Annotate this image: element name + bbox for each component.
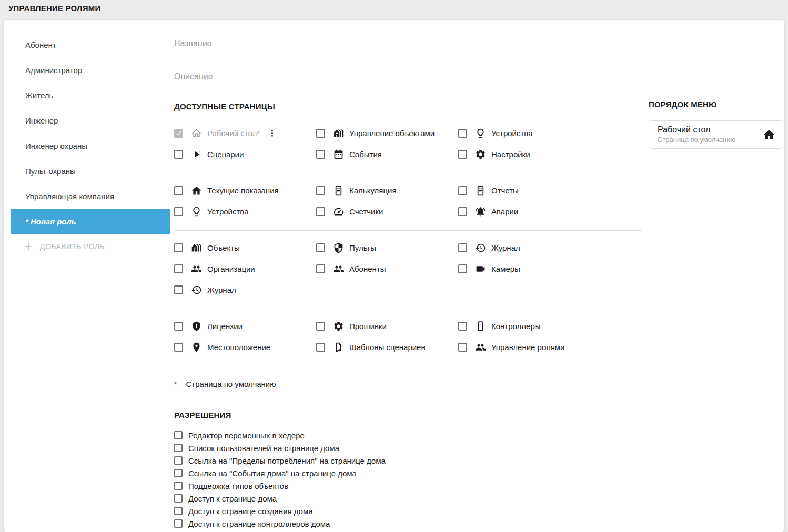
page-item: Устройства xyxy=(458,122,642,144)
sidebar-item-role[interactable]: Инженер xyxy=(4,108,170,133)
objects-icon xyxy=(333,128,344,139)
checkbox[interactable] xyxy=(316,186,325,195)
permission-item: Ссылка на "Пределы потребления" на стран… xyxy=(174,454,642,467)
checkbox[interactable] xyxy=(174,322,183,331)
checkbox[interactable] xyxy=(174,519,183,528)
checkbox[interactable] xyxy=(316,129,325,138)
location-icon xyxy=(191,342,202,353)
sidebar-item-role[interactable]: Пульт охраны xyxy=(4,158,170,183)
page-label: Журнал xyxy=(491,243,520,252)
page-item: Пульты xyxy=(316,237,458,258)
permissions-title: РАЗРЕШЕНИЯ xyxy=(174,411,642,420)
gauge-icon xyxy=(333,206,344,217)
checkbox[interactable] xyxy=(174,186,183,195)
pages-group: ЛицензииПрошивкиКонтроллерыМестоположени… xyxy=(174,309,642,366)
checkbox[interactable] xyxy=(316,322,325,331)
people-icon xyxy=(333,263,344,274)
available-pages-groups: Рабочий стол*Управление объектамиУстройс… xyxy=(174,116,642,366)
page-item: Настройки xyxy=(458,144,642,165)
page-item: Сценарии xyxy=(174,144,316,165)
page-item: Журнал xyxy=(174,279,316,300)
page-item: Журнал xyxy=(458,237,642,258)
checkbox[interactable] xyxy=(174,482,183,490)
checkbox[interactable] xyxy=(174,243,183,252)
permissions-list: Редактор переменных в хедереСписок польз… xyxy=(174,429,642,532)
checkbox[interactable] xyxy=(316,343,325,352)
checkbox[interactable] xyxy=(458,243,467,252)
checkbox[interactable] xyxy=(174,431,183,439)
checkbox[interactable] xyxy=(174,285,183,294)
role-editor: ДОСТУПНЫЕ СТРАНИЦЫ Рабочий стол*Управлен… xyxy=(170,20,649,532)
checkbox[interactable] xyxy=(174,264,183,273)
page-label: Устройства xyxy=(207,207,248,216)
checkbox[interactable] xyxy=(174,129,183,138)
home-outline-icon xyxy=(191,128,202,139)
page-label: Организации xyxy=(207,264,255,273)
add-role-label: ДОБАВИТЬ РОЛЬ xyxy=(40,242,105,251)
home-filled-icon xyxy=(763,128,775,141)
gear-icon xyxy=(475,149,486,160)
sidebar-item-role[interactable]: Абонент xyxy=(4,32,170,57)
page-item: Текущие показания xyxy=(174,180,316,201)
menu-order-card[interactable]: Рабочий столСтраница по умолчанию xyxy=(649,120,783,149)
alarm-bell-icon xyxy=(475,206,486,217)
checkbox[interactable] xyxy=(458,322,467,331)
checkbox[interactable] xyxy=(458,264,467,273)
sidebar-item-new-role[interactable]: * Новая роль xyxy=(11,209,170,234)
template-icon xyxy=(333,342,344,353)
page-item: Счетчики xyxy=(316,201,458,222)
page-item: Устройства xyxy=(174,201,316,222)
page-label: События xyxy=(349,150,382,159)
checkbox[interactable] xyxy=(458,129,467,138)
page-item: Калькуляция xyxy=(316,180,458,201)
role-name-input[interactable] xyxy=(174,36,642,53)
page-label: Управление ролями xyxy=(491,343,564,352)
checkbox[interactable] xyxy=(458,150,467,159)
permission-item: Доступ к странице создания дома xyxy=(174,505,642,517)
checkbox[interactable] xyxy=(458,343,467,352)
shield-icon xyxy=(333,242,344,253)
checkbox[interactable] xyxy=(174,456,183,465)
page-label: Шаблоны сценариев xyxy=(349,343,425,352)
checkbox[interactable] xyxy=(174,494,183,503)
sidebar-item-role[interactable]: Инженер охраны xyxy=(4,133,170,158)
license-icon xyxy=(191,321,202,332)
checkbox[interactable] xyxy=(174,469,183,477)
checkbox[interactable] xyxy=(174,507,183,515)
permission-item: Редактор переменных в хедере xyxy=(174,429,642,442)
checkbox[interactable] xyxy=(316,243,325,252)
lightbulb-icon xyxy=(475,128,486,139)
sidebar-item-role[interactable]: Администратор xyxy=(4,57,170,83)
checkbox[interactable] xyxy=(174,343,183,352)
checkbox[interactable] xyxy=(316,150,325,159)
sidebar-item-role[interactable]: Управляющая компания xyxy=(4,183,170,209)
page-item: Прошивки xyxy=(316,315,458,336)
checkbox[interactable] xyxy=(174,444,183,452)
sidebar-item-role[interactable]: Житель xyxy=(4,83,170,108)
page-label: Управление объектами xyxy=(349,129,435,138)
default-page-footnote: * – Страница по умолчанию xyxy=(174,380,642,388)
checkbox[interactable] xyxy=(458,186,467,195)
page-item: Абоненты xyxy=(316,258,458,279)
checkbox[interactable] xyxy=(316,207,325,216)
page-label: Текущие показания xyxy=(207,186,279,195)
gear-icon xyxy=(333,321,344,332)
checkbox[interactable] xyxy=(174,207,183,216)
page-label: Камеры xyxy=(491,264,520,273)
page-item: Управление объектами xyxy=(316,122,458,144)
checkbox[interactable] xyxy=(458,207,467,216)
checkbox[interactable] xyxy=(174,150,183,159)
checkbox[interactable] xyxy=(316,264,325,273)
permission-label: Доступ к странице создания дома xyxy=(188,507,313,516)
permission-label: Доступ к странице дома xyxy=(188,494,277,503)
kebab-menu-icon[interactable] xyxy=(267,128,277,138)
menu-order-card-text: Рабочий столСтраница по умолчанию xyxy=(658,125,735,144)
role-description-input[interactable] xyxy=(174,69,642,86)
permission-label: Поддержка типов объектов xyxy=(188,482,288,490)
page-item: Шаблоны сценариев xyxy=(316,336,458,357)
document-icon xyxy=(333,185,344,196)
people-icon xyxy=(475,342,486,353)
page-title: УПРАВЛЕНИЕ РОЛЯМИ xyxy=(8,4,101,13)
description-field-wrapper xyxy=(174,69,642,86)
add-role-button[interactable]: ДОБАВИТЬ РОЛЬ xyxy=(4,234,105,259)
